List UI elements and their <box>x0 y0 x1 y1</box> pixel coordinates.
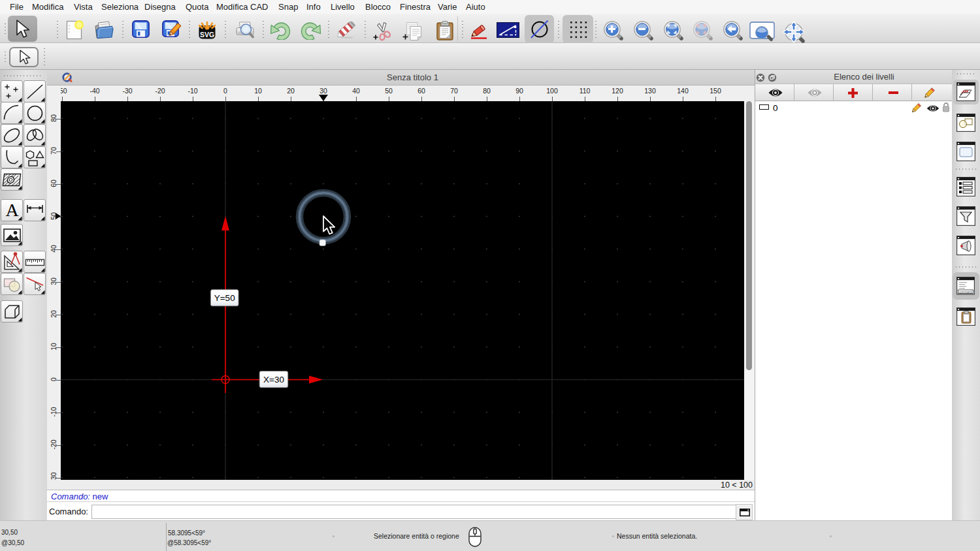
svg-text:A: A <box>5 200 19 220</box>
svg-text:SVG: SVG <box>200 31 214 39</box>
svg-text:Y=50: Y=50 <box>214 293 235 303</box>
svg-text:X=30: X=30 <box>263 375 284 385</box>
svg-text:command: command <box>959 291 972 294</box>
